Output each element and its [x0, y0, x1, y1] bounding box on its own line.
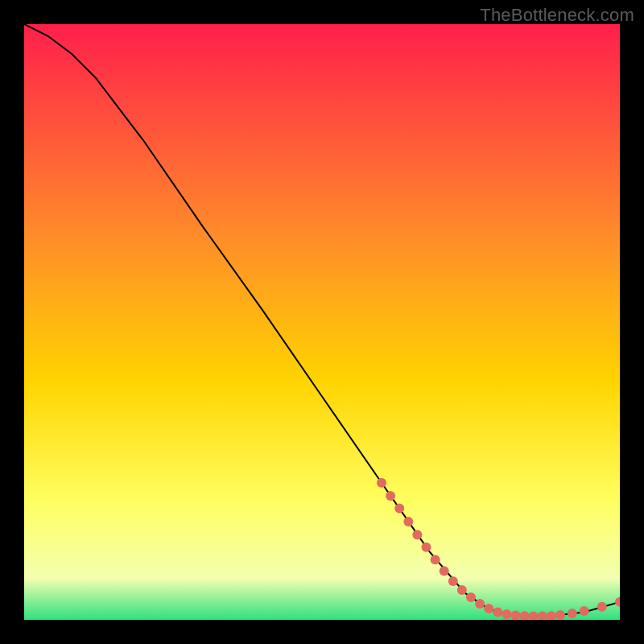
- data-marker: [440, 566, 449, 576]
- chart-plot-area: [24, 24, 620, 620]
- data-marker: [555, 610, 565, 620]
- data-marker: [568, 609, 577, 618]
- data-marker: [448, 576, 458, 586]
- data-marker: [511, 611, 521, 621]
- data-marker: [394, 504, 404, 514]
- data-marker: [484, 604, 493, 613]
- data-marker: [412, 530, 422, 539]
- chart-svg: [24, 24, 620, 620]
- data-marker: [403, 517, 413, 526]
- watermark-text: TheBottleneck.com: [480, 5, 634, 26]
- gradient-background: [24, 24, 620, 620]
- data-marker: [431, 555, 440, 564]
- data-marker: [580, 606, 589, 616]
- data-marker: [502, 609, 511, 619]
- data-marker: [466, 592, 476, 602]
- data-marker: [422, 543, 431, 552]
- data-marker: [377, 478, 386, 488]
- data-marker: [386, 491, 395, 501]
- chart-stage: TheBottleneck.com: [0, 0, 644, 644]
- data-marker: [475, 599, 485, 609]
- data-marker: [493, 607, 502, 617]
- data-marker: [597, 602, 607, 612]
- data-marker: [457, 585, 467, 595]
